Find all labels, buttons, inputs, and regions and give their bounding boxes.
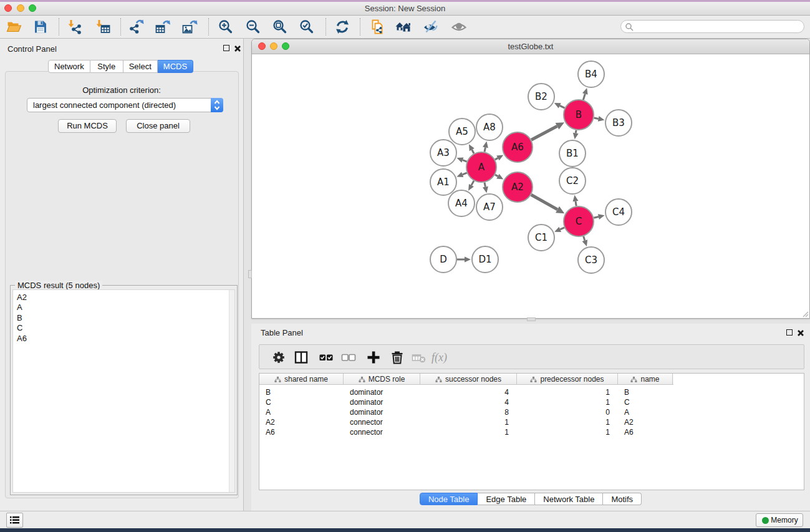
edge-A-A2[interactable] xyxy=(495,175,498,177)
function-builder-icon[interactable]: f(x) xyxy=(432,349,456,365)
export-network-icon[interactable] xyxy=(128,19,145,35)
graph-node-D[interactable]: D xyxy=(430,246,456,273)
edge-A-A4[interactable] xyxy=(471,181,474,185)
table-row[interactable]: A2connector11A2 xyxy=(259,417,804,427)
table-tab-motifs[interactable]: Motifs xyxy=(603,493,642,505)
delete-row-icon[interactable] xyxy=(389,349,405,365)
mcds-result-item[interactable]: A xyxy=(17,302,234,312)
cell-successor-nodes[interactable]: 4 xyxy=(420,387,517,397)
search-input[interactable] xyxy=(620,20,804,33)
table-row[interactable]: Cdominator41C xyxy=(259,397,804,407)
cell-successor-nodes[interactable]: 8 xyxy=(420,407,517,417)
graph-node-C2[interactable]: C2 xyxy=(559,168,586,194)
table-settings-icon[interactable] xyxy=(271,349,287,365)
cell-name[interactable]: A2 xyxy=(618,417,673,427)
graph-node-A1[interactable]: A1 xyxy=(430,169,456,195)
minimize-window-button[interactable] xyxy=(17,4,24,12)
edge-A-A7[interactable] xyxy=(485,182,485,186)
birds-eye-view-icon[interactable] xyxy=(451,19,467,35)
edge-C-C2[interactable] xyxy=(576,201,576,206)
table-row[interactable]: Bdominator41B xyxy=(259,387,804,397)
delete-table-icon[interactable] xyxy=(411,349,427,365)
control-tab-network[interactable]: Network xyxy=(48,60,90,73)
graph-node-B3[interactable]: B3 xyxy=(605,110,632,136)
cell-shared-name[interactable]: A2 xyxy=(259,417,344,427)
edge-A-A8[interactable] xyxy=(485,147,485,152)
column-header-successor-nodes[interactable]: successor nodes xyxy=(420,374,517,385)
graph-node-B4[interactable]: B4 xyxy=(578,61,604,87)
add-row-icon[interactable] xyxy=(365,349,382,365)
zoom-window-button[interactable] xyxy=(29,4,36,12)
graph-node-C1[interactable]: C1 xyxy=(528,225,554,251)
cell-MCDS-role[interactable]: connector xyxy=(344,417,420,427)
edge-A-A1[interactable] xyxy=(463,173,467,175)
cell-successor-nodes[interactable]: 1 xyxy=(420,427,517,437)
cell-MCDS-role[interactable]: dominator xyxy=(344,387,420,397)
graph-node-A5[interactable]: A5 xyxy=(449,118,475,145)
network-close-button[interactable] xyxy=(258,42,266,50)
home-view-icon[interactable] xyxy=(395,19,412,35)
float-panel-icon[interactable] xyxy=(223,45,229,51)
export-image-icon[interactable] xyxy=(181,19,198,35)
cell-name[interactable]: B xyxy=(618,387,673,397)
table-close-panel-icon[interactable] xyxy=(797,329,804,337)
graph-node-A7[interactable]: A7 xyxy=(476,194,503,220)
edge-B-B2[interactable] xyxy=(560,105,565,108)
edge-B-B1[interactable] xyxy=(576,130,576,133)
graph-node-D1[interactable]: D1 xyxy=(472,246,498,273)
graph-node-B[interactable]: B xyxy=(564,100,594,130)
network-canvas[interactable]: A5A8A3A1A4A7AA6A2B2B4BB3B1C2C4CC1C3DD1 xyxy=(252,54,809,318)
edge-A-A5[interactable] xyxy=(472,150,474,153)
edge-A2-C[interactable] xyxy=(531,195,557,210)
memory-button[interactable]: Memory xyxy=(756,513,803,527)
control-tab-mcds[interactable]: MCDS xyxy=(158,60,193,73)
save-session-icon[interactable] xyxy=(32,19,49,35)
table-tab-edge-table[interactable]: Edge Table xyxy=(478,493,535,505)
export-table-icon[interactable] xyxy=(155,19,171,35)
edge-C-C4[interactable] xyxy=(594,217,599,218)
deselect-all-checkboxes-icon[interactable] xyxy=(340,349,357,365)
mcds-result-item[interactable]: A6 xyxy=(17,334,234,344)
panel-divider-grip-vertical[interactable] xyxy=(248,270,252,278)
edge-C-C1[interactable] xyxy=(560,228,564,230)
edge-A-A6[interactable] xyxy=(495,158,498,160)
graph-node-A6[interactable]: A6 xyxy=(503,132,533,162)
select-all-checkboxes-icon[interactable] xyxy=(318,349,334,365)
cell-predecessor-nodes[interactable]: 1 xyxy=(517,427,618,437)
network-minimize-button[interactable] xyxy=(270,42,277,50)
show-columns-icon[interactable] xyxy=(293,349,309,365)
graph-node-C3[interactable]: C3 xyxy=(578,247,604,273)
zoom-selected-icon[interactable] xyxy=(299,19,315,35)
mcds-result-scrollbar[interactable] xyxy=(229,290,234,492)
cell-MCDS-role[interactable]: connector xyxy=(344,427,420,437)
cell-MCDS-role[interactable]: dominator xyxy=(344,407,420,417)
cell-predecessor-nodes[interactable]: 0 xyxy=(517,407,618,417)
cell-name[interactable]: C xyxy=(618,397,673,407)
cell-predecessor-nodes[interactable]: 1 xyxy=(517,387,618,397)
zoom-fit-icon[interactable] xyxy=(272,19,288,35)
cell-successor-nodes[interactable]: 1 xyxy=(420,417,517,427)
window-resize-grip[interactable] xyxy=(801,310,809,317)
graph-node-A[interactable]: A xyxy=(466,152,496,182)
clone-network-icon[interactable] xyxy=(369,19,385,35)
graph-node-A2[interactable]: A2 xyxy=(503,172,533,202)
edge-B-B4[interactable] xyxy=(583,94,585,100)
cell-successor-nodes[interactable]: 4 xyxy=(420,397,517,407)
panel-divider-grip-horizontal[interactable] xyxy=(527,317,536,321)
cell-name[interactable]: A xyxy=(618,407,673,417)
table-float-panel-icon[interactable] xyxy=(786,329,793,336)
edge-A6-B[interactable] xyxy=(531,126,557,140)
edge-C-C3[interactable] xyxy=(584,236,585,241)
edge-B-B3[interactable] xyxy=(594,118,598,118)
column-header-name[interactable]: name xyxy=(618,374,673,385)
refresh-icon[interactable] xyxy=(334,19,350,35)
cell-shared-name[interactable]: C xyxy=(259,397,344,407)
open-session-icon[interactable] xyxy=(6,19,22,35)
cell-predecessor-nodes[interactable]: 1 xyxy=(517,417,618,427)
mcds-result-item[interactable]: B xyxy=(17,313,234,323)
toggle-graphics-details-icon[interactable] xyxy=(422,19,438,35)
column-header-predecessor-nodes[interactable]: predecessor nodes xyxy=(517,374,618,385)
cell-shared-name[interactable]: A xyxy=(259,407,344,417)
import-network-icon[interactable] xyxy=(67,19,83,35)
mcds-result-item[interactable]: C xyxy=(17,323,234,333)
